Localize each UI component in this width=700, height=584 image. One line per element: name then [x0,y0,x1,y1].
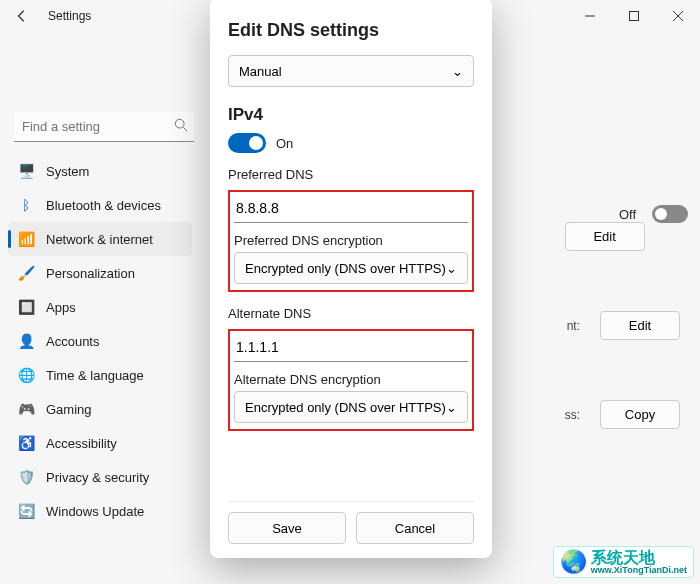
watermark: 🌏 系统天地 www.XiTongTianDi.net [553,546,694,578]
preferred-encryption-value: Encrypted only (DNS over HTTPS) [245,261,446,276]
watermark-url: www.XiTongTianDi.net [591,566,687,575]
alternate-encryption-value: Encrypted only (DNS over HTTPS) [245,400,446,415]
ipv4-heading: IPv4 [228,105,474,125]
preferred-encryption-select[interactable]: Encrypted only (DNS over HTTPS) ⌄ [234,252,468,284]
ipv4-on-label: On [276,136,293,151]
cancel-button[interactable]: Cancel [356,512,474,544]
chevron-down-icon: ⌄ [452,64,463,79]
alternate-dns-highlight: Alternate DNS encryption Encrypted only … [228,329,474,431]
chevron-down-icon: ⌄ [446,400,457,415]
watermark-text: 系统天地 [591,550,687,566]
dns-mode-select[interactable]: Manual ⌄ [228,55,474,87]
dns-mode-value: Manual [239,64,282,79]
preferred-encryption-label: Preferred DNS encryption [234,233,468,248]
modal-overlay: Edit DNS settings Manual ⌄ IPv4 On Prefe… [0,0,700,584]
preferred-dns-label: Preferred DNS [228,167,474,182]
alternate-encryption-select[interactable]: Encrypted only (DNS over HTTPS) ⌄ [234,391,468,423]
preferred-dns-highlight: Preferred DNS encryption Encrypted only … [228,190,474,292]
edit-dns-dialog: Edit DNS settings Manual ⌄ IPv4 On Prefe… [210,0,492,558]
alternate-dns-label: Alternate DNS [228,306,474,321]
preferred-dns-input[interactable] [234,194,468,223]
ipv4-toggle[interactable] [228,133,266,153]
chevron-down-icon: ⌄ [446,261,457,276]
alternate-encryption-label: Alternate DNS encryption [234,372,468,387]
alternate-dns-input[interactable] [234,333,468,362]
save-button[interactable]: Save [228,512,346,544]
dialog-title: Edit DNS settings [228,20,474,41]
earth-icon: 🌏 [560,549,587,575]
dialog-footer: Save Cancel [228,501,474,558]
